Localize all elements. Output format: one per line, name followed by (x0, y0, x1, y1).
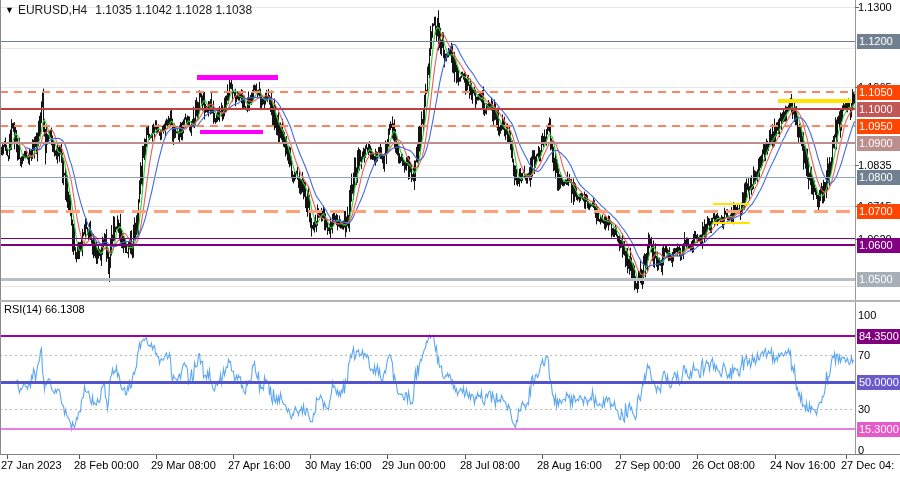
level-line-1.0950[interactable] (0, 125, 855, 127)
rsi-level-badge-50.0000: 50.0000 (857, 375, 900, 390)
pane-separator[interactable] (0, 300, 900, 302)
level-badge-1.0700: 1.0700 (857, 204, 900, 219)
segment-magenta-support[interactable] (200, 130, 263, 134)
time-axis-label: 24 Nov 16:00 (770, 459, 835, 471)
time-axis-label: 26 Oct 08:00 (692, 459, 755, 471)
segment-yellow-box-bottom[interactable] (713, 222, 750, 224)
time-axis-separator (0, 454, 900, 455)
rsi-axis-label: 70 (858, 349, 870, 362)
chart-title: ▼EURUSD,H41.1035 1.1042 1.1028 1.1038 (5, 3, 252, 17)
time-axis-label: 27 Sep 00:00 (615, 459, 680, 471)
rsi-axis-label: 100 (858, 309, 876, 322)
level-badge-1.0500: 1.0500 (857, 272, 900, 287)
level-line-1.1200[interactable] (0, 41, 855, 42)
level-line-1.0900[interactable] (0, 142, 855, 144)
level-badge-1.1200: 1.1200 (857, 34, 900, 49)
rsi-axis-label: 30 (858, 403, 870, 416)
rsi-axis-label: 0 (858, 444, 864, 457)
symbol-period-label: EURUSD,H4 (18, 3, 87, 17)
level-line-1.0600[interactable] (0, 244, 855, 246)
level-line-1.0700[interactable] (0, 210, 855, 213)
price-axis-line[interactable] (855, 0, 856, 455)
level-line-1.0800[interactable] (0, 177, 855, 178)
time-axis-label: 27 Dec 04: (841, 459, 894, 471)
level-badge-1.1000: 1.1000 (857, 102, 900, 117)
time-axis-label: 27 Apr 16:00 (228, 459, 290, 471)
price-axis-label: 1.1300 (858, 1, 892, 14)
level-badge-1.0900: 1.0900 (857, 136, 900, 151)
segment-magenta-resistance[interactable] (197, 75, 278, 80)
rsi-level-badge-84.3500: 84.3500 (857, 329, 900, 344)
time-axis-label: 27 Jan 2023 (1, 459, 62, 471)
rsi-level-line-84.3500[interactable] (0, 335, 855, 337)
rsi-level-badge-15.3000: 15.3000 (857, 422, 900, 437)
time-axis-label: 29 Jun 00:00 (382, 459, 446, 471)
chart-window: ▼EURUSD,H41.1035 1.1042 1.1028 1.1038 RS… (0, 0, 900, 480)
segment-yellow-box-top[interactable] (713, 203, 750, 205)
rsi-level-line-15.3000[interactable] (0, 428, 855, 430)
ohlc-quotes-label: 1.1035 1.1042 1.1028 1.1038 (95, 3, 252, 17)
level-line-1.1050[interactable] (0, 91, 855, 93)
level-badge-1.1050: 1.1050 (857, 85, 900, 100)
rsi-level-line-50.0000[interactable] (0, 381, 855, 384)
time-axis-label: 29 Mar 08:00 (151, 459, 216, 471)
time-axis-label: 28 Aug 16:00 (537, 459, 602, 471)
level-line-1.1000[interactable] (0, 108, 855, 110)
rsi-indicator-label: RSI(14) 66.1308 (4, 303, 85, 315)
price-rsi-canvas[interactable] (0, 0, 900, 480)
time-axis-label: 28 Jul 08:00 (460, 459, 520, 471)
level-badge-1.0800: 1.0800 (857, 170, 900, 185)
time-axis-label: 28 Feb 00:00 (74, 459, 139, 471)
chart-left-border (0, 0, 1, 455)
level-line-1.0500[interactable] (0, 278, 855, 281)
level-line-1.0620[interactable] (0, 238, 855, 239)
level-badge-1.0600: 1.0600 (857, 238, 900, 253)
level-badge-1.0950: 1.0950 (857, 119, 900, 134)
segment-yellow-resistance[interactable] (778, 99, 851, 103)
symbol-dropdown-icon[interactable]: ▼ (5, 5, 14, 15)
time-axis-label: 30 May 16:00 (305, 459, 372, 471)
